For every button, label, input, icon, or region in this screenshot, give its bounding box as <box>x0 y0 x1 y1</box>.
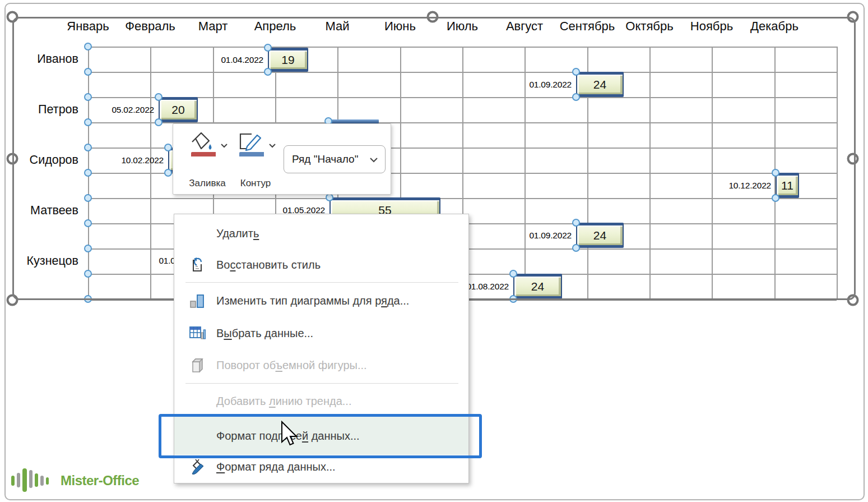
chevron-down-icon <box>268 143 276 148</box>
menu-item-label: Добавить линию тренда... <box>216 395 351 408</box>
format-series-icon <box>188 458 206 476</box>
chevron-down-icon <box>369 157 378 163</box>
menu-separator <box>185 282 458 283</box>
menu-item-reset-style[interactable]: Восстановить стиль <box>174 250 468 279</box>
logo-text: Mister-Office <box>61 473 139 489</box>
menu-item-label: Восстановить стиль <box>216 259 321 271</box>
rotation-3d-icon <box>188 356 206 374</box>
mouse-cursor <box>280 421 304 449</box>
outline-color-button[interactable]: Контур <box>234 131 277 187</box>
menu-item-label: Формат ряда данных... <box>216 460 336 473</box>
menu-item-select-data[interactable]: Выбрать данные... <box>174 319 468 348</box>
outline-pencil-icon <box>236 131 264 156</box>
select-data-icon <box>188 324 206 342</box>
selected-series-label: Ряд "Начало" <box>292 153 358 165</box>
change-chart-type-icon <box>188 292 206 310</box>
outline-button-label: Контур <box>234 178 277 189</box>
menu-item-label: Выбрать данные... <box>216 327 313 340</box>
fill-color-button[interactable]: Заливка <box>185 131 229 187</box>
menu-item-label: Удалить <box>216 227 259 240</box>
menu-separator <box>185 383 458 384</box>
mini-toolbar: Заливка Контур Ряд "Начало" <box>173 123 391 195</box>
fill-button-label: Заливка <box>185 178 229 189</box>
highlight-annotation-frame <box>159 414 482 458</box>
fill-bucket-icon <box>188 131 216 156</box>
menu-item-label: Изменить тип диаграммы для ряда... <box>216 294 409 307</box>
menu-item-delete[interactable]: Удалить <box>174 219 468 248</box>
menu-item-add-trendline: Добавить линию тренда... <box>174 386 468 416</box>
mister-office-logo: Mister-Office <box>10 466 139 496</box>
chevron-down-icon <box>220 143 228 148</box>
chart-element-selector[interactable]: Ряд "Начало" <box>284 145 386 173</box>
logo-bars-icon <box>10 466 53 496</box>
menu-item-label: Поворот объемной фигуры... <box>216 359 367 372</box>
reset-style-icon <box>188 256 206 274</box>
menu-item-change-chart-type[interactable]: Изменить тип диаграммы для ряда... <box>174 286 468 315</box>
menu-item-3d-rotation: Поворот объемной фигуры... <box>174 351 468 380</box>
